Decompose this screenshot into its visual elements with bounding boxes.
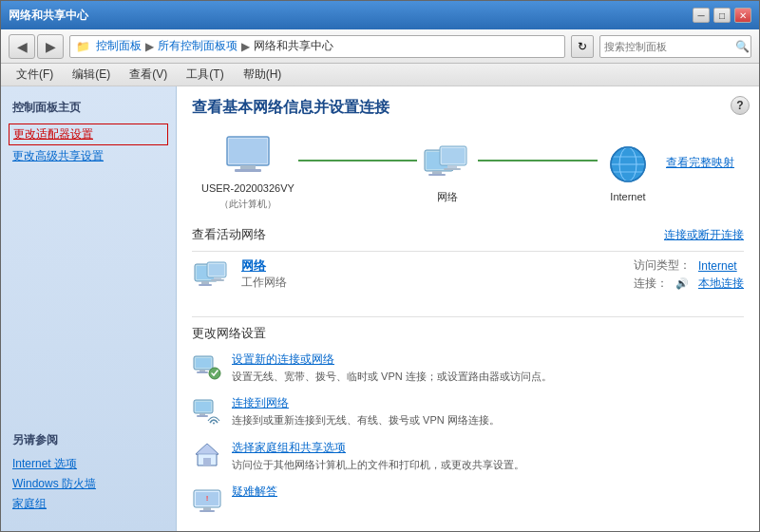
settings-text-1: 连接到网络 连接到或重新连接到无线、有线、拨号或 VPN 网络连接。 <box>232 395 744 428</box>
access-type-row: 访问类型： Internet <box>634 257 744 274</box>
window-title: 网络和共享中心 <box>9 8 88 24</box>
sidebar-link-adapter[interactable]: 更改适配器设置 <box>9 124 168 145</box>
svg-rect-44 <box>200 510 215 512</box>
help-button[interactable]: ? <box>731 96 750 115</box>
svg-rect-21 <box>199 284 212 286</box>
breadcrumb-home-icon: 📁 <box>76 40 90 53</box>
network-label: 网络 <box>437 190 458 204</box>
minimize-button[interactable]: ─ <box>693 8 710 23</box>
main-layout: 控制面板主页 更改适配器设置 更改高级共享设置 另请参阅 Internet 选项… <box>1 86 759 531</box>
svg-point-37 <box>213 423 215 425</box>
search-icon[interactable]: 🔍 <box>735 40 750 53</box>
settings-text-3: 疑难解答 <box>232 484 744 502</box>
connection-row: 连接： 🔊 本地连接 <box>634 276 744 292</box>
active-networks-header: 查看活动网络 连接或断开连接 <box>192 226 744 243</box>
settings-text-0: 设置新的连接或网络 设置无线、宽带、拨号、临时或 VPN 连接；或设置路由器或访… <box>232 352 744 384</box>
svg-rect-27 <box>196 358 211 368</box>
svg-rect-24 <box>214 277 221 279</box>
sidebar-also-internet[interactable]: Internet 选项 <box>12 454 164 474</box>
settings-link-3[interactable]: 疑难解答 <box>232 484 744 500</box>
window-controls: ─ □ ✕ <box>693 8 751 23</box>
menu-tools[interactable]: 工具(T) <box>179 65 231 85</box>
nav-buttons: ◀ ▶ <box>9 34 64 59</box>
svg-marker-40 <box>196 444 218 454</box>
view-full-map-link[interactable]: 查看完整映射 <box>666 155 734 171</box>
network-line-2 <box>478 160 598 162</box>
svg-rect-28 <box>200 370 205 371</box>
sidebar-main-section: 控制面板主页 更改适配器设置 更改高级共享设置 <box>1 96 176 167</box>
breadcrumb-bar: 📁 控制面板 ▶ 所有控制面板项 ▶ 网络和共享中心 <box>69 35 565 58</box>
svg-rect-3 <box>235 169 261 172</box>
title-bar: 网络和共享中心 ─ □ ✕ <box>1 1 759 29</box>
settings-section: 更改网络设置 <box>192 316 744 514</box>
breadcrumb-sep-0: ▶ <box>145 40 154 53</box>
refresh-button[interactable]: ↻ <box>571 35 594 58</box>
svg-rect-20 <box>201 281 209 284</box>
settings-item-0: 设置新的连接或网络 设置无线、宽带、拨号、临时或 VPN 连接；或设置路由器或访… <box>192 352 744 384</box>
computer-label: USER-20200326VY <box>201 182 294 194</box>
svg-rect-23 <box>209 264 224 276</box>
sidebar: 控制面板主页 更改适配器设置 更改高级共享设置 另请参阅 Internet 选项… <box>1 86 177 531</box>
settings-section-title: 更改网络设置 <box>192 325 744 342</box>
settings-desc-0: 设置无线、宽带、拨号、临时或 VPN 连接；或设置路由器或访问点。 <box>232 370 552 382</box>
search-input[interactable] <box>604 41 735 52</box>
internet-label: Internet <box>610 191 645 202</box>
connection-value[interactable]: 本地连接 <box>698 276 744 292</box>
breadcrumb-item-1[interactable]: 所有控制面板项 <box>158 38 238 54</box>
search-bar: 🔍 <box>599 35 751 58</box>
svg-rect-11 <box>444 168 461 170</box>
network-svg <box>423 142 472 184</box>
settings-item-1: 连接到网络 连接到或重新连接到无线、有线、拨号或 VPN 网络连接。 <box>192 395 744 428</box>
maximize-button[interactable]: □ <box>713 8 731 23</box>
sidebar-also-section: 另请参阅 Internet 选项 Windows 防火墙 家庭组 <box>1 425 176 522</box>
network-icon <box>421 141 474 186</box>
menu-edit[interactable]: 编辑(E) <box>65 65 118 85</box>
settings-icon-1 <box>192 395 222 426</box>
connection-label: 连接： <box>634 276 668 292</box>
svg-rect-6 <box>432 171 442 174</box>
close-button[interactable]: ✕ <box>734 8 751 23</box>
settings-link-2[interactable]: 选择家庭组和共享选项 <box>232 440 744 456</box>
menu-view[interactable]: 查看(V) <box>122 65 175 85</box>
connect-disconnect-link[interactable]: 连接或断开连接 <box>664 227 744 243</box>
breadcrumb-current: 网络和共享中心 <box>254 38 333 54</box>
breadcrumb-sep-1: ▶ <box>241 40 250 53</box>
settings-link-1[interactable]: 连接到网络 <box>232 395 744 411</box>
computer-svg <box>223 135 273 177</box>
network-status-svg <box>194 259 228 294</box>
network-status-icon <box>192 257 230 295</box>
svg-rect-39 <box>203 458 211 466</box>
settings-icon-0 <box>192 352 222 382</box>
svg-rect-43 <box>203 507 211 510</box>
menu-help[interactable]: 帮助(H) <box>236 65 290 85</box>
svg-rect-2 <box>240 165 256 169</box>
svg-rect-7 <box>428 174 446 176</box>
internet-node: Internet <box>601 142 655 202</box>
internet-svg <box>603 143 653 185</box>
svg-rect-29 <box>197 371 208 373</box>
active-network-name[interactable]: 网络 <box>241 257 634 275</box>
settings-icon-2 <box>192 440 222 470</box>
menu-file[interactable]: 文件(F) <box>9 65 61 85</box>
sidebar-link-sharing[interactable]: 更改高级共享设置 <box>1 145 176 167</box>
breadcrumb-item-0[interactable]: 控制面板 <box>96 38 142 54</box>
computer-node: USER-20200326VY （此计算机） <box>201 133 294 211</box>
page-title: 查看基本网络信息并设置连接 <box>192 98 744 118</box>
settings-icon-3: ! <box>192 484 222 514</box>
troubleshoot-icon: ! <box>193 484 221 513</box>
back-button[interactable]: ◀ <box>9 34 35 59</box>
sidebar-also-homegroup[interactable]: 家庭组 <box>12 494 164 514</box>
network-line-1 <box>298 160 418 162</box>
settings-desc-2: 访问位于其他网络计算机上的文件和打印机，或更改共享设置。 <box>232 459 524 470</box>
settings-item-3: ! 疑难解答 <box>192 484 744 514</box>
settings-link-0[interactable]: 设置新的连接或网络 <box>232 352 744 368</box>
access-type-value[interactable]: Internet <box>698 259 737 273</box>
homegroup-icon <box>193 441 221 469</box>
forward-button[interactable]: ▶ <box>37 34 64 59</box>
sidebar-also-firewall[interactable]: Windows 防火墙 <box>12 474 164 494</box>
settings-text-2: 选择家庭组和共享选项 访问位于其他网络计算机上的文件和打印机，或更改共享设置。 <box>232 440 744 472</box>
menu-bar: 文件(F) 编辑(E) 查看(V) 工具(T) 帮助(H) <box>1 64 759 86</box>
content-area: ? 查看基本网络信息并设置连接 USER-20200326VY <box>177 86 759 531</box>
address-bar: ◀ ▶ 📁 控制面板 ▶ 所有控制面板项 ▶ 网络和共享中心 ↻ 🔍 <box>1 29 759 64</box>
internet-icon <box>601 142 655 187</box>
